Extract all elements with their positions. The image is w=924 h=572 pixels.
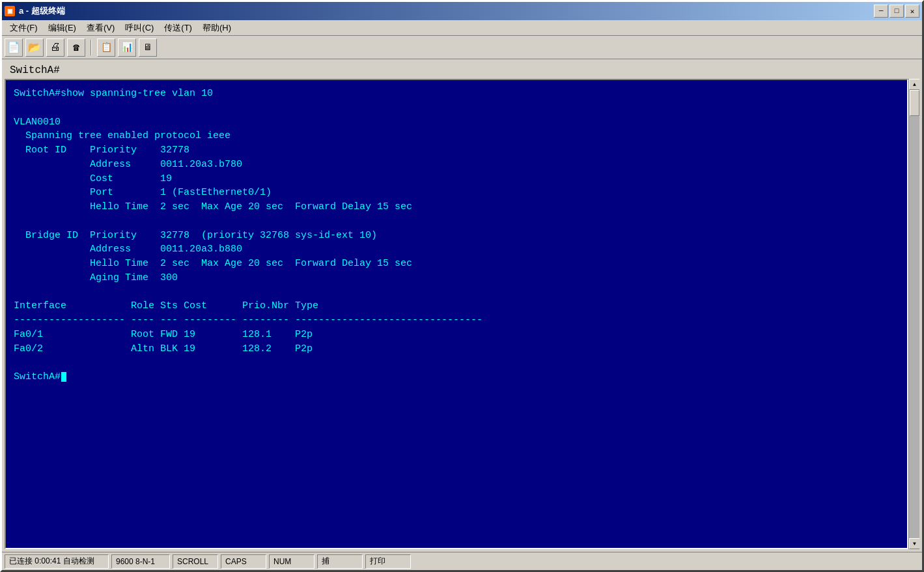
statusbar: 已连接 0:00:41 自动检测 9600 8-N-1 SCROLL CAPS … [2,552,922,570]
status-scroll: SCROLL [173,554,218,569]
menubar: 文件(F) 编辑(E) 查看(V) 呼叫(C) 传送(T) 帮助(H) [2,20,922,36]
scroll-track [909,90,919,538]
copy-icon: 🖨 [50,41,61,53]
scroll-up-button[interactable]: ▲ [909,79,919,90]
titlebar-left: ▣ a - 超级终端 [5,5,65,17]
properties-button[interactable]: 📋 [97,38,115,57]
new-button[interactable]: 📄 [5,38,23,57]
open-icon: 📂 [28,41,41,54]
close-button[interactable]: ✕ [905,5,919,18]
titlebar: ▣ a - 超级终端 ─ □ ✕ [2,2,922,20]
terminal[interactable]: SwitchA#show spanning-tree vlan 10 VLAN0… [5,79,908,549]
terminal-wrapper: SwitchA#show spanning-tree vlan 10 VLAN0… [5,79,919,549]
menu-edit[interactable]: 编辑(E) [43,21,81,35]
titlebar-buttons: ─ □ ✕ [874,5,919,18]
extra-icon: 🖥 [143,42,152,53]
menu-file[interactable]: 文件(F) [5,21,43,35]
settings-button[interactable]: 📊 [118,38,136,57]
toolbar: 📄 📂 🖨 ☎ 📋 📊 🖥 [2,36,922,59]
window-title: a - 超级终端 [19,5,65,17]
menu-call[interactable]: 呼叫(C) [120,21,159,35]
open-button[interactable]: 📂 [25,38,44,57]
settings-icon: 📊 [122,42,133,53]
window: ▣ a - 超级终端 ─ □ ✕ 文件(F) 编辑(E) 查看(V) 呼叫(C)… [0,0,924,572]
minimize-button[interactable]: ─ [874,5,888,18]
menu-help[interactable]: 帮助(H) [197,21,236,35]
status-num: NUM [269,554,315,569]
status-baud: 9600 8-N-1 [111,554,170,569]
scroll-thumb[interactable] [910,90,919,116]
cursor [61,372,66,382]
menu-view[interactable]: 查看(V) [81,21,120,35]
prompt-above: SwitchA# [5,62,919,79]
status-capture: 捕 [317,554,363,569]
scroll-down-button[interactable]: ▼ [909,538,919,549]
toolbar-separator [91,40,92,55]
terminal-scrollbar: ▲ ▼ [908,79,919,549]
maximize-button[interactable]: □ [889,5,904,18]
phone-button[interactable]: ☎ [67,38,85,57]
main-area: SwitchA# SwitchA#show spanning-tree vlan… [2,59,922,552]
menu-transfer[interactable]: 传送(T) [159,21,197,35]
copy-button[interactable]: 🖨 [46,38,64,57]
app-icon: ▣ [5,6,15,16]
status-print: 打印 [365,554,411,569]
status-connection: 已连接 0:00:41 自动检测 [5,554,109,569]
extra-button[interactable]: 🖥 [139,38,157,57]
phone-icon: ☎ [73,41,79,54]
status-caps: CAPS [221,554,266,569]
properties-icon: 📋 [101,42,112,53]
new-icon: 📄 [7,41,20,54]
terminal-content: SwitchA#show spanning-tree vlan 10 VLAN0… [14,87,899,384]
